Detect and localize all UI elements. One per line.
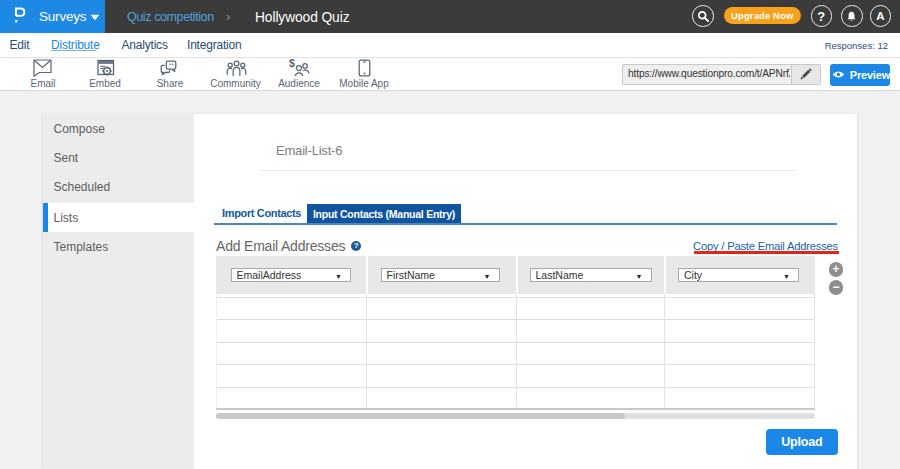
svg-text:$: $: [289, 58, 295, 69]
